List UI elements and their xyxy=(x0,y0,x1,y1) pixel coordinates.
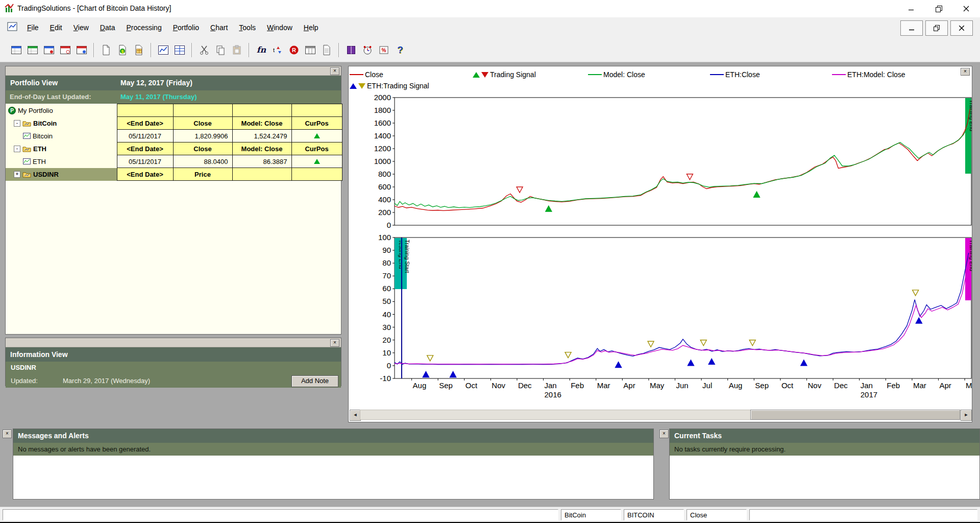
trade-manager-icon[interactable] xyxy=(74,42,90,58)
svg-text:60: 60 xyxy=(382,284,391,293)
sort-icon[interactable]: t xyxy=(270,42,286,58)
tree-label[interactable]: ETH xyxy=(33,145,46,153)
function-icon[interactable]: fn xyxy=(253,42,270,58)
tree-label[interactable]: USDINR xyxy=(33,171,59,178)
portfolio-view-panel: × Portfolio View May 12, 2017 (Friday) E… xyxy=(5,66,341,335)
signal-manager-icon[interactable] xyxy=(57,42,74,58)
report-icon[interactable] xyxy=(318,42,335,58)
menu-tools[interactable]: Tools xyxy=(233,17,261,38)
toolbar-separator xyxy=(191,43,192,57)
menu-view[interactable]: View xyxy=(68,17,94,38)
add-note-button[interactable]: Add Note xyxy=(291,375,338,387)
currency-convert-icon[interactable]: $ xyxy=(114,42,131,58)
menu-window[interactable]: Window xyxy=(261,17,298,38)
legend-eth-model-close: ETH:Model: Close xyxy=(832,70,905,79)
tree-label[interactable]: Bitcoin xyxy=(33,132,53,140)
svg-text:Dec: Dec xyxy=(834,381,848,390)
legend-up-triangle xyxy=(350,83,357,89)
menu-data[interactable]: Data xyxy=(94,17,121,38)
application-window: TradingSolutions - [Chart of Bitcoin Dat… xyxy=(0,0,980,521)
svg-text:Nov: Nov xyxy=(492,381,505,390)
tasks-close-icon[interactable]: × xyxy=(659,430,669,438)
eth-curpos xyxy=(291,155,342,168)
tree-label[interactable]: ETH xyxy=(33,158,46,165)
mdi-close-button[interactable] xyxy=(950,20,973,36)
data-table-icon[interactable] xyxy=(131,42,147,58)
tree-item-usdinr: + USDINR xyxy=(6,171,117,178)
menu-portfolio[interactable]: Portfolio xyxy=(167,17,205,38)
reference-book-icon[interactable] xyxy=(343,42,359,58)
menu-chart[interactable]: Chart xyxy=(205,17,233,38)
paste-icon[interactable] xyxy=(229,42,245,58)
expand-icon[interactable]: + xyxy=(14,171,20,178)
svg-text:1000: 1000 xyxy=(374,157,391,165)
legend-down-triangle xyxy=(481,72,488,78)
column-header-price: Price xyxy=(173,168,232,181)
info-updated-value: March 29, 2017 (Wednesday) xyxy=(63,374,150,388)
chart-document-icon[interactable] xyxy=(7,22,17,33)
status-symbol-cell: BITCOIN xyxy=(624,509,684,520)
tree-label[interactable]: My Portfolio xyxy=(18,107,53,114)
chart-hscrollbar-thumb[interactable] xyxy=(750,410,960,420)
training-wizard-icon[interactable]: % xyxy=(376,42,392,58)
data-manager-icon[interactable] xyxy=(24,42,41,58)
new-table-icon[interactable] xyxy=(172,42,188,58)
svg-text:-10: -10 xyxy=(380,374,391,383)
portfolio-close-icon[interactable]: × xyxy=(330,67,339,75)
model-manager-icon[interactable] xyxy=(41,42,57,58)
mdi-minimize-button[interactable] xyxy=(900,20,923,36)
svg-text:2000: 2000 xyxy=(374,93,391,102)
legend-trading-signal: Trading Signal xyxy=(473,70,536,79)
menu-file[interactable]: File xyxy=(21,17,44,38)
info-close-icon[interactable]: × xyxy=(330,339,339,347)
svg-text:Training Start: Training Start xyxy=(404,240,410,273)
tree-label[interactable]: BitCoin xyxy=(33,120,57,127)
columns-icon[interactable] xyxy=(302,42,318,58)
mdi-restore-button[interactable] xyxy=(925,20,948,36)
window-title: TradingSolutions - [Chart of Bitcoin Dat… xyxy=(17,4,171,12)
information-view-header: Information View xyxy=(6,347,341,362)
folder-icon xyxy=(22,120,31,127)
chart-area[interactable]: 0200400600800100012001400160018002000Tra… xyxy=(349,66,972,422)
svg-text:50: 50 xyxy=(382,297,391,305)
collapse-icon[interactable]: - xyxy=(14,120,20,127)
eth-model-close: 86.3887 xyxy=(232,155,291,168)
svg-text:Jul: Jul xyxy=(702,381,712,390)
window-restore-button[interactable] xyxy=(925,0,952,17)
portfolio-manager-icon[interactable] xyxy=(8,42,24,58)
portfolio-panel-grip[interactable]: × xyxy=(6,66,341,76)
info-panel-grip[interactable]: × xyxy=(6,338,341,347)
cut-icon[interactable] xyxy=(196,42,212,58)
menu-processing[interactable]: Processing xyxy=(120,17,167,38)
info-instrument: USDINR xyxy=(11,364,36,371)
toolbar-separator xyxy=(338,43,339,57)
help-icon[interactable]: ? xyxy=(392,42,408,58)
menu-edit[interactable]: Edit xyxy=(44,17,68,38)
portfolio-view-title: Portfolio View xyxy=(10,79,58,87)
curpos-up-triangle xyxy=(314,133,320,138)
eod-updated-label: End-of-Day Last Updated: xyxy=(10,93,91,101)
tree-item-my-portfolio: P My Portfolio xyxy=(6,107,117,114)
svg-text:Apr: Apr xyxy=(623,381,635,390)
svg-text:Aug: Aug xyxy=(729,381,743,390)
copy-icon[interactable] xyxy=(212,42,229,58)
svg-text:Jun: Jun xyxy=(676,381,689,390)
column-header-model-close: Model: Close xyxy=(232,117,291,130)
window-close-button[interactable] xyxy=(952,0,980,17)
svg-text:Sep: Sep xyxy=(755,381,769,390)
new-chart-icon[interactable] xyxy=(155,42,172,58)
window-minimize-button[interactable] xyxy=(897,0,925,17)
messages-close-icon[interactable]: × xyxy=(3,430,12,438)
tree-row-bitcoin: Bitcoin 05/11/2017 1,820.9906 1,524.2479 xyxy=(6,130,342,142)
new-document-icon[interactable] xyxy=(98,42,114,58)
scroll-right-icon[interactable]: ► xyxy=(961,410,972,421)
portfolio-root-icon: P xyxy=(8,107,16,114)
toolbar-separator xyxy=(249,43,250,57)
menu-help[interactable]: Help xyxy=(298,17,324,38)
column-header-curpos: CurPos xyxy=(291,142,342,155)
chart-close-icon[interactable]: × xyxy=(961,68,970,76)
recalculate-icon[interactable]: R xyxy=(286,42,302,58)
collapse-icon[interactable]: - xyxy=(14,146,20,152)
scroll-left-icon[interactable]: ◄ xyxy=(350,410,361,421)
alarm-clock-icon[interactable] xyxy=(359,42,376,58)
